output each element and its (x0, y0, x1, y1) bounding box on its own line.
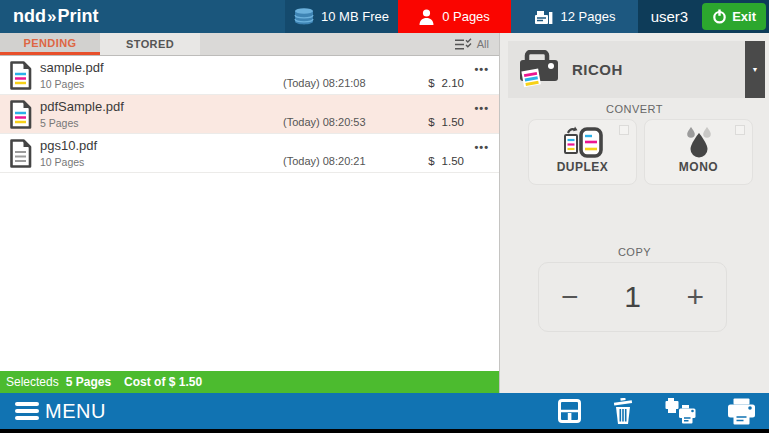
printer-icon (727, 398, 756, 425)
job-pages: 5 Pages (40, 117, 79, 129)
copy-section-label: COPY (500, 246, 769, 258)
tab-stored[interactable]: STORED (100, 33, 200, 55)
mono-label: MONO (645, 160, 752, 174)
logo-print: Print (57, 6, 98, 27)
power-icon (712, 9, 727, 24)
job-more-button[interactable]: ••• (474, 63, 489, 75)
printer-selector[interactable]: RICOH ▼ (508, 41, 765, 98)
tab-bar: PENDING STORED All (0, 33, 499, 56)
job-more-button[interactable]: ••• (474, 141, 489, 153)
select-all-label: All (477, 38, 489, 50)
print-job-button[interactable] (727, 398, 756, 425)
chevron-down-icon: ▼ (752, 66, 759, 73)
copy-increment-button[interactable]: + (686, 282, 704, 312)
mono-document-icon (9, 139, 32, 168)
quota-indicator: 0 Pages (398, 0, 511, 33)
job-cost-amount: 1.50 (442, 155, 464, 167)
job-pages: 10 Pages (40, 156, 84, 168)
bottom-edge-strip (0, 429, 769, 433)
logo-chevron-icon: » (47, 7, 56, 27)
printer-dropdown-button[interactable]: ▼ (745, 41, 765, 98)
hamburger-icon (15, 402, 39, 420)
job-row-pgs10[interactable]: pgs10.pdf 10 Pages (Today) 08:20:21 $1.5… (0, 134, 499, 173)
job-list-column: PENDING STORED All sample.pdf (0, 33, 500, 393)
selection-summary-bar: Selecteds 5 Pages Cost of $ 1.50 (0, 371, 499, 393)
bottom-action-bar: MENU (0, 393, 769, 429)
job-cost: $2.10 (428, 77, 464, 89)
menu-label: MENU (45, 400, 106, 423)
tab-pending[interactable]: PENDING (0, 33, 100, 55)
storage-indicator: 10 MB Free (285, 0, 398, 33)
job-filename: pgs10.pdf (40, 138, 97, 153)
print-job-list: sample.pdf 10 Pages (Today) 08:21:08 $2.… (0, 56, 499, 371)
duplex-option[interactable]: DUPLEX (528, 119, 637, 185)
job-filename: pdfSample.pdf (40, 99, 124, 114)
job-cost: $1.50 (428, 116, 464, 128)
printed-indicator: 12 Pages (511, 0, 638, 33)
mono-option[interactable]: MONO (644, 119, 753, 185)
logo-block: ndd»Print (0, 0, 285, 33)
color-document-icon (9, 61, 32, 90)
convert-section-label: CONVERT (500, 103, 769, 115)
copy-stepper: − 1 + (538, 262, 727, 332)
logo-ndd: ndd (13, 6, 46, 27)
database-icon (294, 8, 314, 25)
job-timestamp: (Today) 08:21:08 (283, 77, 366, 89)
job-cost-currency: $ (428, 155, 434, 167)
job-more-button[interactable]: ••• (474, 102, 489, 114)
printed-pages-icon (534, 9, 553, 24)
job-timestamp: (Today) 08:20:53 (283, 116, 366, 128)
user-pages-icon (419, 9, 434, 25)
printers-copy-icon (665, 398, 696, 425)
save-job-button[interactable] (558, 399, 581, 423)
duplex-label: DUPLEX (529, 160, 636, 174)
selection-pages: 5 Pages (66, 375, 111, 389)
mono-checkbox[interactable] (735, 125, 745, 135)
duplex-checkbox[interactable] (619, 125, 629, 135)
printer-options-panel: RICOH ▼ CONVERT (500, 33, 769, 393)
job-cost-amount: 1.50 (442, 116, 464, 128)
quota-pages-label: 0 Pages (442, 9, 490, 24)
job-cost-amount: 2.10 (442, 77, 464, 89)
trash-icon (612, 398, 634, 425)
color-document-icon (9, 100, 32, 129)
top-bar: ndd»Print 10 MB Free 0 Pages (0, 0, 769, 33)
app-logo: ndd»Print (13, 6, 98, 27)
transfer-job-button[interactable] (665, 398, 696, 425)
job-filename: sample.pdf (40, 60, 104, 75)
printer-name: RICOH (572, 61, 623, 78)
selection-cost: Cost of $ 1.50 (124, 375, 202, 389)
exit-label: Exit (732, 9, 756, 24)
job-timestamp: (Today) 08:20:21 (283, 155, 366, 167)
select-all-icon (455, 38, 472, 51)
selection-label: Selecteds (6, 375, 59, 389)
job-pages: 10 Pages (40, 78, 84, 90)
ndd-print-app: ndd»Print 10 MB Free 0 Pages (0, 0, 769, 433)
printer-color-icon (518, 50, 560, 90)
job-cost-currency: $ (428, 116, 434, 128)
storage-free-label: 10 MB Free (321, 9, 389, 24)
username-label: user3 (651, 8, 689, 25)
job-row-pdfsample-selected[interactable]: pdfSample.pdf 5 Pages (Today) 08:20:53 $… (0, 95, 499, 134)
copy-count-value: 1 (624, 280, 641, 314)
exit-button[interactable]: Exit (702, 3, 766, 30)
save-icon (558, 399, 581, 423)
convert-options: DUPLEX MONO (528, 119, 753, 185)
job-cost-currency: $ (428, 77, 434, 89)
menu-button[interactable]: MENU (15, 400, 106, 423)
job-action-icons (558, 398, 769, 425)
select-all-button[interactable]: All (445, 33, 499, 55)
job-row-sample[interactable]: sample.pdf 10 Pages (Today) 08:21:08 $2.… (0, 56, 499, 95)
user-block: user3 Exit (638, 0, 769, 33)
copy-decrement-button[interactable]: − (561, 282, 579, 312)
job-cost: $1.50 (428, 155, 464, 167)
delete-job-button[interactable] (612, 398, 634, 425)
printed-pages-label: 12 Pages (561, 9, 616, 24)
